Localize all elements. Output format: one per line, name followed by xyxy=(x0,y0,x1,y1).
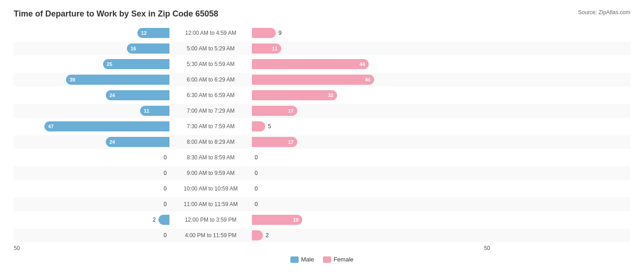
time-label: 6:30 AM to 6:59 AM xyxy=(169,92,252,98)
female-bar: 46 xyxy=(252,75,374,85)
female-value: 2 xyxy=(266,232,277,239)
female-bar xyxy=(252,28,276,38)
female-bar: 19 xyxy=(252,215,302,225)
male-bar xyxy=(158,215,169,225)
legend-female: Female xyxy=(323,256,353,263)
male-value-inside: 24 xyxy=(106,139,115,145)
female-value: 9 xyxy=(278,30,290,36)
male-bar: 16 xyxy=(127,44,169,54)
right-bar-container: 46 xyxy=(252,75,394,85)
female-value-inside: 17 xyxy=(288,108,297,114)
right-bar-container: 5 xyxy=(252,121,394,131)
right-bar-container: 11 xyxy=(252,44,394,54)
left-section: 24 xyxy=(14,90,169,100)
female-value-inside: 11 xyxy=(272,46,281,51)
time-label: 11:00 AM to 11:59 AM xyxy=(169,201,252,207)
time-label: 8:00 AM to 8:29 AM xyxy=(169,139,252,145)
female-bar: 44 xyxy=(252,59,369,69)
right-section: 17 xyxy=(252,106,408,116)
left-bar-container: 39 xyxy=(27,75,169,85)
right-section: 11 xyxy=(252,44,408,54)
left-bar-container: 11 xyxy=(27,106,169,116)
right-section: 2 xyxy=(252,230,408,240)
legend-male: Male xyxy=(290,256,314,263)
bar-row: 24 6:30 AM to 6:59 AM 32 xyxy=(14,88,630,102)
chart-title: Time of Departure to Work by Sex in Zip … xyxy=(14,9,218,19)
female-value-inside: 19 xyxy=(293,217,302,223)
axis-right-max: 50 xyxy=(484,245,490,251)
legend-female-color xyxy=(323,256,331,263)
left-bar-container: 0 xyxy=(27,199,169,209)
bar-row: 0 4:00 PM to 11:59 PM 2 xyxy=(14,228,630,242)
right-bar-container: 2 xyxy=(252,230,394,240)
right-bar-container: 44 xyxy=(252,59,394,69)
right-section: 19 xyxy=(252,215,408,225)
right-section: 5 xyxy=(252,121,408,131)
left-section: 2 xyxy=(14,215,169,225)
bar-row: 11 7:00 AM to 7:29 AM 17 xyxy=(14,104,630,118)
time-label: 7:30 AM to 7:59 AM xyxy=(169,123,252,130)
bar-row: 12 12:00 AM to 4:59 AM 9 xyxy=(14,26,630,40)
right-section: 0 xyxy=(252,184,408,194)
left-bar-container: 24 xyxy=(27,90,169,100)
legend-male-label: Male xyxy=(301,256,314,263)
time-label: 9:00 AM to 9:59 AM xyxy=(169,170,252,176)
right-bar-container: 17 xyxy=(252,137,394,147)
left-section: 47 xyxy=(14,121,169,131)
female-value-inside: 46 xyxy=(365,77,374,82)
left-bar-container: 2 xyxy=(27,215,169,225)
right-section: 0 xyxy=(252,168,408,178)
right-bar-container: 9 xyxy=(252,28,394,38)
bar-row: 25 5:30 AM to 5:59 AM 44 xyxy=(14,57,630,71)
bar-row: 0 11:00 AM to 11:59 AM 0 xyxy=(14,197,630,211)
left-section: 0 xyxy=(14,152,169,163)
time-label: 6:00 AM to 6:29 AM xyxy=(169,76,252,83)
left-bar-container: 12 xyxy=(27,28,169,38)
time-label: 5:00 AM to 5:29 AM xyxy=(169,45,252,52)
male-bar: 12 xyxy=(137,28,169,38)
male-value-inside: 11 xyxy=(140,108,149,114)
right-section: 44 xyxy=(252,59,408,69)
right-section: 46 xyxy=(252,75,408,85)
time-label: 7:00 AM to 7:29 AM xyxy=(169,108,252,114)
right-section: 17 xyxy=(252,137,408,147)
axis-left-max: 50 xyxy=(14,245,20,251)
right-bar-container: 0 xyxy=(252,184,394,194)
time-label: 5:30 AM to 5:59 AM xyxy=(169,61,252,67)
source-text: Source: ZipAtlas.com xyxy=(578,9,630,16)
time-label: 4:00 PM to 11:59 PM xyxy=(169,232,252,239)
left-section: 0 xyxy=(14,184,169,194)
bar-row: 47 7:30 AM to 7:59 AM 5 xyxy=(14,120,630,133)
left-section: 0 xyxy=(14,199,169,209)
left-bar-container: 47 xyxy=(27,121,169,131)
left-bar-container: 0 xyxy=(27,168,169,178)
bar-row: 0 8:30 AM to 8:59 AM 0 xyxy=(14,151,630,164)
male-bar: 11 xyxy=(140,106,169,116)
female-bar xyxy=(252,121,265,131)
bar-row: 16 5:00 AM to 5:29 AM 11 xyxy=(14,42,630,55)
left-bar-container: 0 xyxy=(27,152,169,163)
left-bar-container: 0 xyxy=(27,184,169,194)
time-label: 10:00 AM to 10:59 AM xyxy=(169,185,252,192)
left-section: 16 xyxy=(14,44,169,54)
left-bar-container: 0 xyxy=(27,230,169,240)
female-value-inside: 44 xyxy=(360,61,369,67)
female-bar: 32 xyxy=(252,90,337,100)
female-value: 0 xyxy=(255,170,266,176)
male-bar: 39 xyxy=(66,75,169,85)
legend: Male Female xyxy=(14,256,630,263)
female-value: 0 xyxy=(255,201,266,207)
legend-female-label: Female xyxy=(333,256,353,263)
left-bar-container: 25 xyxy=(27,59,169,69)
axis-row: 50 50 xyxy=(14,245,630,251)
male-value-inside: 39 xyxy=(66,77,75,82)
right-bar-container: 19 xyxy=(252,215,394,225)
right-bar-container: 0 xyxy=(252,168,394,178)
male-value-inside: 12 xyxy=(137,30,147,36)
male-value-inside: 25 xyxy=(103,61,112,67)
male-value: 2 xyxy=(144,217,156,223)
left-section: 12 xyxy=(14,28,169,38)
right-section: 0 xyxy=(252,152,408,163)
male-value: 0 xyxy=(155,232,167,239)
right-bar-container: 17 xyxy=(252,106,394,116)
